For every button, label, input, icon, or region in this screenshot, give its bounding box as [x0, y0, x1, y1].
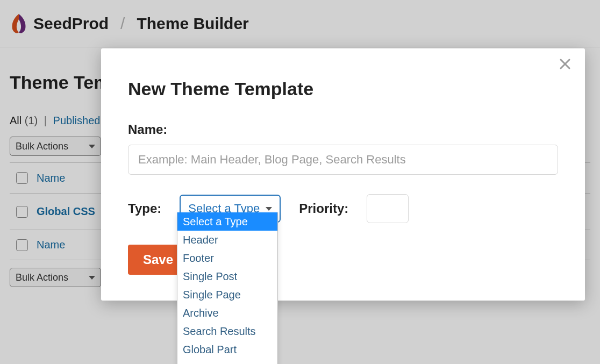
priority-label: Priority:: [299, 201, 348, 216]
type-option[interactable]: Global Part: [177, 340, 277, 359]
type-option[interactable]: Archive: [177, 304, 277, 322]
type-label: Type:: [128, 201, 161, 216]
name-label: Name:: [128, 122, 558, 137]
type-option[interactable]: Search Results: [177, 322, 277, 340]
chevron-down-icon: [266, 207, 272, 211]
priority-input[interactable]: [367, 194, 409, 223]
type-option[interactable]: Custom Page: [177, 359, 277, 364]
type-dropdown-list: Select a Type Header Footer Single Post …: [177, 212, 278, 364]
name-input[interactable]: [128, 145, 558, 175]
type-option[interactable]: Single Post: [177, 267, 277, 286]
close-button[interactable]: [559, 58, 573, 72]
new-template-modal: New Theme Template Name: Type: Select a …: [101, 48, 585, 301]
type-option[interactable]: Single Page: [177, 286, 277, 304]
modal-title: New Theme Template: [128, 78, 558, 99]
type-option[interactable]: Footer: [177, 249, 277, 267]
type-option[interactable]: Select a Type: [177, 212, 277, 231]
type-option[interactable]: Header: [177, 231, 277, 249]
